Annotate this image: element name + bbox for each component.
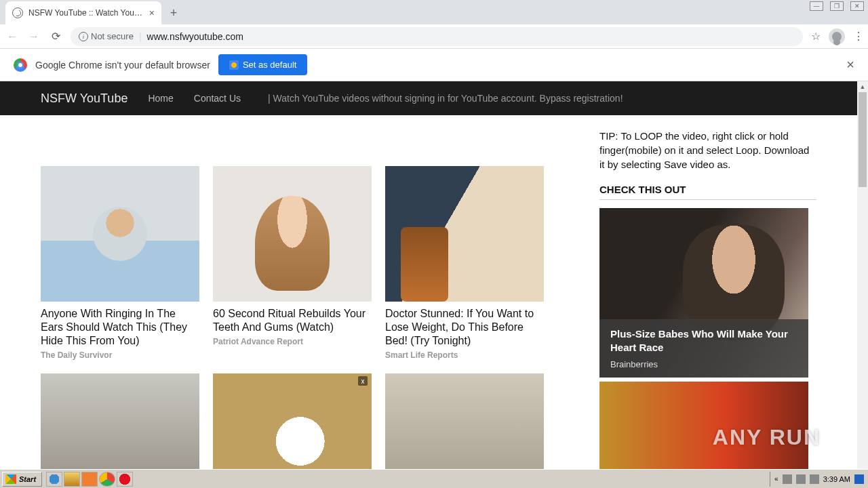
not-secure-label: Not secure — [91, 31, 134, 41]
tab-title: NSFW YouTube :: Watch YouTube V — [28, 8, 144, 18]
infobar-close-icon[interactable]: × — [846, 57, 854, 73]
reload-button[interactable]: ⟳ — [49, 30, 62, 43]
tab-bar: NSFW YouTube :: Watch YouTube V × + — [0, 0, 868, 24]
taskbar-chrome-icon[interactable] — [99, 472, 115, 487]
vertical-scrollbar[interactable]: ▲ ▼ — [857, 81, 868, 488]
set-default-button[interactable]: Set as default — [218, 54, 308, 75]
window-maximize[interactable]: ❐ — [830, 1, 844, 11]
sidebar-card-title: Plus-Size Babes Who Will Make Your Heart… — [610, 327, 797, 354]
omnibox[interactable]: i Not secure | www.nsfwyoutube.com — [71, 27, 803, 46]
start-button[interactable]: Start — [2, 472, 42, 487]
browser-tab[interactable]: NSFW YouTube :: Watch YouTube V × — [5, 1, 161, 24]
taskbar-media-icon[interactable] — [81, 472, 98, 487]
scroll-up-icon[interactable]: ▲ — [857, 81, 868, 92]
scrollbar-thumb[interactable] — [859, 92, 867, 187]
chrome-logo-icon — [14, 58, 27, 72]
nav-home[interactable]: Home — [148, 93, 173, 104]
separator: | — [139, 31, 142, 42]
ad-card[interactable]: Doctor Stunned: If You Want to Lose Weig… — [385, 166, 544, 360]
ad-source: Patriot Advance Report — [213, 337, 372, 346]
check-this-out-heading: CHECK THIS OUT — [599, 184, 816, 200]
tip-text: TIP: To LOOP the video, right click or h… — [599, 129, 816, 171]
site-navbar: NSFW YouTube Home Contact Us | Watch You… — [0, 81, 857, 115]
site-tagline: | Watch YouTube videos without signing i… — [268, 93, 623, 104]
watermark-text: ANY RUN — [713, 425, 821, 450]
window-close[interactable]: ✕ — [850, 1, 864, 11]
globe-icon — [12, 7, 23, 18]
tray-expand-icon[interactable]: « — [774, 475, 778, 483]
ad-title: Anyone With Ringing In The Ears Should W… — [41, 307, 199, 348]
nav-contact[interactable]: Contact Us — [194, 93, 241, 104]
ad-grid: Anyone With Ringing In The Ears Should W… — [41, 166, 572, 488]
infobar-message: Google Chrome isn't your default browser — [35, 60, 210, 70]
sidebar-card-overlay: Plus-Size Babes Who Will Make Your Heart… — [599, 319, 808, 378]
window-minimize[interactable]: — — [810, 1, 823, 11]
ad-thumbnail — [385, 166, 544, 302]
back-button[interactable]: ← — [5, 30, 19, 43]
info-icon: i — [79, 32, 88, 41]
shield-icon — [229, 60, 239, 70]
tray-monitor-icon[interactable] — [854, 474, 864, 484]
taskbar-clock[interactable]: 3:39 AM — [823, 475, 850, 483]
tab-close-icon[interactable]: × — [149, 7, 155, 18]
ad-title: Doctor Stunned: If You Want to Lose Weig… — [385, 307, 544, 348]
site-brand[interactable]: NSFW YouTube — [41, 92, 127, 106]
ad-close-icon[interactable]: x — [358, 376, 368, 386]
watermark: ANY RUN — [713, 425, 840, 450]
ad-thumbnail — [213, 166, 372, 302]
taskbar-explorer-icon[interactable] — [64, 472, 80, 487]
url-text: www.nsfwyoutube.com — [147, 31, 243, 42]
new-tab-button[interactable]: + — [164, 3, 183, 22]
sidebar-card-source: Brainberries — [610, 359, 797, 369]
taskbar-ie-icon[interactable] — [46, 472, 62, 487]
security-chip[interactable]: i Not secure — [79, 31, 134, 41]
windows-logo-icon — [5, 474, 16, 484]
ad-card[interactable]: Anyone With Ringing In The Ears Should W… — [41, 166, 199, 360]
ad-thumbnail — [41, 166, 199, 302]
address-bar: ← → ⟳ i Not secure | www.nsfwyoutube.com… — [0, 24, 868, 49]
tray-volume-icon[interactable] — [783, 474, 792, 484]
ad-card[interactable]: 60 Second Ritual Rebuilds Your Teeth And… — [213, 166, 372, 360]
kebab-menu-icon[interactable]: ⋮ — [853, 30, 863, 43]
play-icon — [826, 428, 840, 447]
sidebar-card[interactable]: Plus-Size Babes Who Will Make Your Heart… — [599, 208, 808, 378]
tray-flag-icon[interactable] — [810, 474, 819, 484]
tray-network-icon[interactable] — [796, 474, 806, 484]
bookmark-star-icon[interactable]: ☆ — [811, 30, 821, 43]
ad-source: The Daily Survivor — [41, 350, 199, 360]
start-label: Start — [19, 475, 36, 483]
ad-title: 60 Second Ritual Rebuilds Your Teeth And… — [213, 307, 372, 334]
system-tray: « 3:39 AM — [770, 472, 868, 487]
ad-source: Smart Life Reports — [385, 350, 544, 360]
default-browser-infobar: Google Chrome isn't your default browser… — [0, 49, 868, 81]
profile-avatar[interactable] — [829, 28, 845, 45]
forward-button[interactable]: → — [27, 30, 41, 43]
taskbar-opera-icon[interactable] — [117, 472, 133, 487]
set-default-label: Set as default — [243, 60, 297, 70]
taskbar: Start « 3:39 AM — [0, 469, 868, 488]
